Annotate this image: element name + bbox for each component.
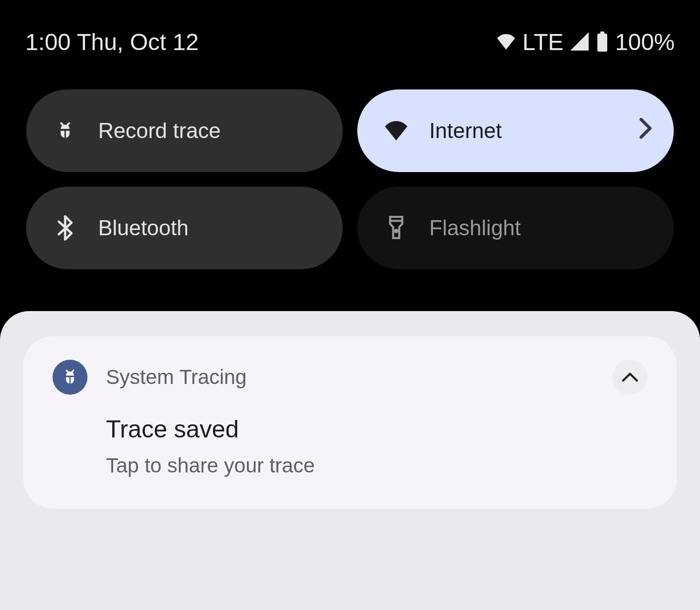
notification-header: System Tracing bbox=[52, 360, 648, 395]
notification-app-name: System Tracing bbox=[106, 366, 594, 389]
notification-collapse-button[interactable] bbox=[612, 360, 648, 395]
flashlight-icon bbox=[385, 216, 408, 240]
qs-tile-flashlight[interactable]: Flashlight bbox=[357, 187, 674, 269]
bluetooth-icon bbox=[53, 216, 77, 240]
notification-app-icon bbox=[52, 360, 88, 395]
svg-rect-1 bbox=[600, 32, 604, 34]
status-bar: 1:00 Thu, Oct 12 LTE 100% bbox=[0, 0, 700, 63]
status-time-date: 1:00 Thu, Oct 12 bbox=[25, 29, 199, 55]
qs-tile-record-trace[interactable]: Record trace bbox=[26, 89, 343, 172]
battery-icon bbox=[596, 31, 608, 52]
notification-title: Trace saved bbox=[106, 415, 648, 443]
battery-percent: 100% bbox=[615, 29, 675, 55]
qs-tile-label: Record trace bbox=[98, 119, 318, 143]
quick-settings-grid: Record trace Internet Bluetooth Flashlig… bbox=[0, 63, 700, 269]
qs-tile-label: Flashlight bbox=[429, 216, 649, 240]
wifi-status-icon bbox=[496, 34, 516, 50]
qs-tile-bluetooth[interactable]: Bluetooth bbox=[26, 187, 343, 269]
network-type-label: LTE bbox=[523, 29, 563, 55]
notification-text: Tap to share your trace bbox=[106, 454, 648, 477]
bug-icon bbox=[53, 119, 77, 142]
notification-card[interactable]: System Tracing Trace saved Tap to share … bbox=[23, 336, 677, 508]
svg-rect-2 bbox=[65, 131, 66, 138]
qs-tile-label: Bluetooth bbox=[98, 216, 318, 240]
notification-panel: System Tracing Trace saved Tap to share … bbox=[0, 311, 700, 610]
notification-body: Trace saved Tap to share your trace bbox=[52, 395, 648, 477]
wifi-icon bbox=[385, 119, 408, 142]
qs-tile-label: Internet bbox=[429, 119, 649, 143]
svg-rect-3 bbox=[390, 217, 402, 221]
svg-rect-0 bbox=[597, 34, 607, 52]
cellular-signal-icon bbox=[570, 32, 590, 52]
qs-tile-internet[interactable]: Internet bbox=[357, 89, 674, 172]
svg-point-4 bbox=[395, 230, 398, 232]
chevron-right-icon bbox=[639, 118, 652, 144]
status-indicators: LTE 100% bbox=[496, 29, 675, 55]
svg-rect-5 bbox=[70, 377, 71, 383]
